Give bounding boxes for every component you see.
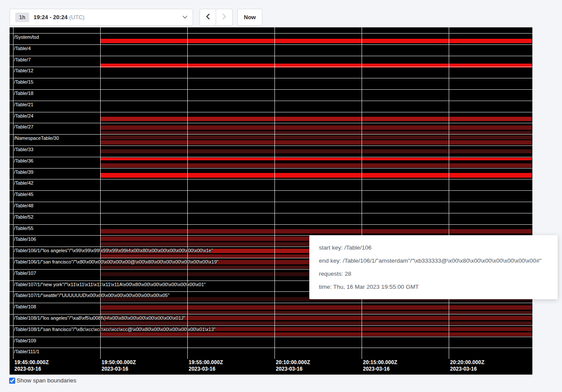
chevron-left-icon <box>206 14 210 21</box>
span-key-label: /Table/108/1/"los angeles"/"\xa8\xf5\u00… <box>14 315 185 321</box>
tooltip-start-key: start key: /Table/106 <box>319 244 548 251</box>
span-key-label: /Table/48 <box>14 203 34 208</box>
now-button[interactable]: Now <box>237 9 262 26</box>
span-key-label: /NamespaceTable/30 <box>14 135 59 141</box>
tick-time: 19:55:00.000Z <box>189 359 223 366</box>
time-nav-group <box>200 9 233 26</box>
tick-date: 2023-03-16 <box>450 366 484 372</box>
tick-date: 2023-03-16 <box>14 366 49 372</box>
span-key-label: /Table/108/1/"san francisco"/"\x8c\xcc\x… <box>14 327 216 332</box>
next-time-button[interactable] <box>216 9 233 26</box>
time-range-select[interactable]: 1h 19:24 - 20:24 (UTC) <box>10 9 193 26</box>
gridline <box>449 27 449 359</box>
tick-time: 19:50:00.000Z <box>102 359 136 366</box>
time-axis: 19:45:00.000Z2023-03-1619:50:00.000Z2023… <box>10 27 532 375</box>
prev-time-button[interactable] <box>200 9 216 26</box>
gridline <box>362 27 362 359</box>
span-key-label: /Table/24 <box>14 113 34 118</box>
time-tick: 19:45:00.000Z2023-03-16 <box>14 359 49 372</box>
time-range-value: 19:24 - 20:24 (UTC) <box>34 14 85 20</box>
span-key-label: /Table/15 <box>14 79 34 84</box>
gridline <box>100 27 101 359</box>
span-key-label: /Table/106/1/"los angeles"/"\x99\x99\x99… <box>14 248 213 253</box>
key-visualizer-canvas[interactable]: /System/tsd/Table/4/Table/7/Table/12/Tab… <box>10 27 532 375</box>
tooltip-requests: requests: 28 <box>319 270 548 277</box>
span-key-label: /Table/18 <box>14 91 34 96</box>
time-range-badge: 1h <box>15 13 29 22</box>
tick-time: 20:20:00.000Z <box>450 359 484 366</box>
time-tick: 19:50:00.000Z2023-03-16 <box>102 359 136 372</box>
time-tick: 19:55:00.000Z2023-03-16 <box>189 359 223 372</box>
gridline <box>274 27 275 359</box>
toolbar: 1h 19:24 - 20:24 (UTC) Now <box>10 9 262 26</box>
tick-date: 2023-03-16 <box>189 366 223 372</box>
span-key-label: /Table/107/1/"new york"/"\x11\x11\x11\x1… <box>14 282 206 287</box>
span-key-label: /Table/106/1/"san francisco"/"\x80\x00\x… <box>14 259 219 264</box>
show-span-boundaries-checkbox[interactable] <box>9 378 15 384</box>
span-key-label: /Table/33 <box>14 147 34 152</box>
span-key-label: /Table/27 <box>14 124 34 129</box>
span-key-label: /Table/39 <box>14 169 34 175</box>
tick-time: 20:15:00.000Z <box>363 359 397 366</box>
chevron-down-icon <box>183 16 187 19</box>
span-key-label: /Table/52 <box>14 214 34 220</box>
chevron-right-icon <box>222 14 227 21</box>
tick-date: 2023-03-16 <box>102 366 136 372</box>
gridline <box>187 27 188 359</box>
time-tick: 20:10:00.000Z2023-03-16 <box>276 359 310 372</box>
span-key-label: /Table/108 <box>14 304 36 309</box>
span-key-label: /Table/21 <box>14 102 34 107</box>
tooltip-time: time: Thu, 16 Mar 2023 19:55:00 GMT <box>319 284 548 290</box>
span-key-label: /Table/107/1/"seattle"/"UUUUUUD\x00\x80\… <box>14 293 169 298</box>
span-key-label: /Table/7 <box>14 57 31 62</box>
show-span-boundaries-label[interactable]: Show span boundaries <box>17 377 76 384</box>
tick-time: 19:45:00.000Z <box>14 359 49 366</box>
gridline <box>13 27 14 359</box>
time-range-timezone: (UTC) <box>69 14 85 20</box>
hover-tooltip: start key: /Table/106 end key: /Table/10… <box>309 235 558 299</box>
span-key-label: /Table/36 <box>14 158 34 163</box>
span-key-label: /Table/45 <box>14 192 34 197</box>
span-key-label: /Table/111/1 <box>14 349 39 354</box>
span-key-label: /Table/4 <box>14 46 31 51</box>
tooltip-end-key: end key: /Table/106/1/"amsterdam"/"\xb33… <box>319 257 548 264</box>
time-tick: 20:15:00.000Z2023-03-16 <box>363 359 397 372</box>
span-key-label: /Table/12 <box>14 68 34 73</box>
span-key-label: /Table/42 <box>14 180 34 186</box>
span-key-label: /Table/55 <box>14 226 34 231</box>
tick-time: 20:10:00.000Z <box>276 359 310 366</box>
tick-date: 2023-03-16 <box>276 366 310 372</box>
span-key-label: /Table/106 <box>14 237 36 242</box>
footer: Show span boundaries <box>9 377 76 384</box>
time-tick: 20:20:00.000Z2023-03-16 <box>450 359 484 372</box>
time-range-text: 19:24 - 20:24 <box>34 14 68 20</box>
tick-date: 2023-03-16 <box>363 366 397 372</box>
span-key-label: /System/tsd <box>14 34 39 40</box>
span-key-label: /Table/109 <box>14 338 36 343</box>
span-key-label: /Table/107 <box>14 270 36 276</box>
